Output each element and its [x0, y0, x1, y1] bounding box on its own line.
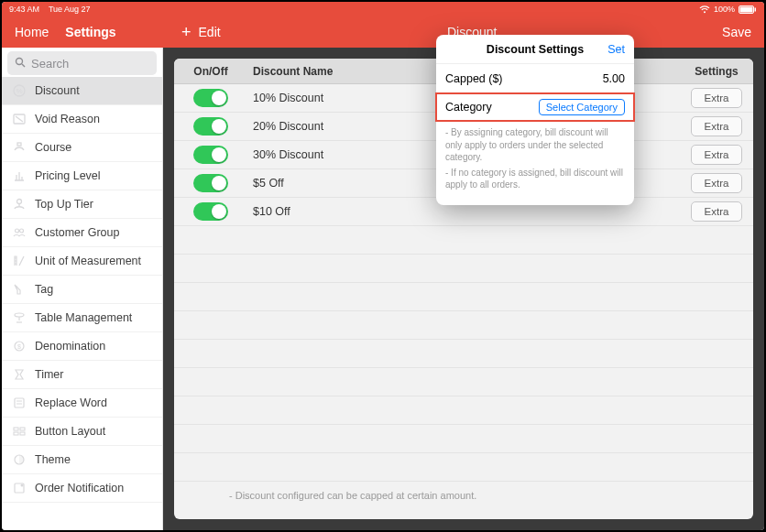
sidebar-item-denomination[interactable]: $Denomination — [2, 332, 162, 361]
sidebar-item-label: Top Up Tier — [35, 198, 93, 211]
svg-rect-9 — [17, 143, 21, 146]
sidebar-item-label: Timer — [35, 368, 63, 381]
extra-button[interactable]: Extra — [691, 116, 742, 136]
toggle-switch[interactable] — [193, 146, 228, 164]
sidebar-item-table-management[interactable]: Table Management — [2, 304, 162, 332]
toggle-switch[interactable] — [193, 174, 228, 192]
table-row-empty — [174, 453, 753, 482]
popover-note-1: - By assigning category, bill discount w… — [445, 126, 625, 164]
table-row-empty — [174, 340, 753, 368]
sidebar-item-button-layout[interactable]: Button Layout — [2, 418, 162, 446]
select-category-button[interactable]: Select Category — [539, 99, 625, 115]
sidebar-item-label: Button Layout — [35, 425, 105, 438]
sidebar-item-replace-word[interactable]: Replace Word — [2, 389, 162, 418]
menu-icon — [11, 253, 27, 269]
svg-point-3 — [16, 58, 23, 64]
menu-icon — [11, 224, 27, 241]
sidebar-item-label: Pricing Level — [35, 169, 101, 182]
sidebar-item-course[interactable]: Course — [2, 134, 162, 162]
sidebar-item-label: Replace Word — [35, 396, 107, 409]
discount-settings-popover: Discount Settings Set Capped ($) Categor… — [436, 35, 634, 205]
svg-rect-24 — [20, 432, 25, 435]
svg-rect-18 — [15, 398, 24, 407]
sidebar-item-unit-of-measurement[interactable]: Unit of Measurement — [2, 247, 162, 276]
sidebar-item-label: Order Notification — [35, 482, 124, 494]
svg-point-10 — [17, 200, 22, 204]
status-time: 9:43 AM — [9, 5, 39, 14]
app-header: Home Settings + Edit Discount Save — [2, 16, 764, 48]
sidebar-item-pricing-level[interactable]: Pricing Level — [2, 162, 162, 190]
svg-rect-22 — [20, 428, 25, 430]
footer-note: - Discount configured can be capped at c… — [229, 490, 476, 501]
toggle-switch[interactable] — [193, 202, 228, 221]
search-placeholder: Search — [31, 57, 69, 71]
sidebar-item-label: Discount — [35, 84, 80, 97]
svg-rect-2 — [755, 7, 757, 11]
table-row-empty — [174, 396, 753, 425]
battery-icon — [739, 5, 757, 14]
menu-icon — [11, 196, 27, 212]
extra-button[interactable]: Extra — [691, 145, 742, 165]
add-icon[interactable]: + — [181, 24, 192, 40]
svg-point-13 — [16, 286, 17, 288]
menu-icon — [11, 139, 27, 156]
sidebar-item-label: Tag — [35, 283, 53, 296]
svg-line-4 — [22, 64, 25, 67]
menu-icon: $ — [11, 338, 27, 354]
toggle-switch[interactable] — [193, 89, 228, 107]
svg-text:%: % — [16, 87, 22, 95]
svg-point-27 — [21, 484, 24, 487]
table-row-empty — [174, 226, 753, 255]
sidebar-item-label: Void Reason — [35, 113, 100, 125]
svg-point-12 — [20, 229, 24, 233]
status-date: Tue Aug 27 — [49, 5, 91, 14]
settings-nav[interactable]: Settings — [65, 25, 115, 39]
sidebar-item-top-up-tier[interactable]: Top Up Tier — [2, 190, 162, 219]
svg-line-8 — [16, 116, 23, 122]
svg-rect-1 — [740, 6, 753, 12]
extra-button[interactable]: Extra — [691, 201, 742, 222]
sidebar-item-tag[interactable]: Tag — [2, 276, 162, 304]
menu-icon — [11, 480, 27, 496]
svg-rect-23 — [14, 432, 18, 435]
sidebar-item-theme[interactable]: Theme — [2, 446, 162, 474]
menu-icon — [11, 423, 27, 440]
sidebar-item-label: Table Management — [35, 311, 132, 324]
sidebar-item-order-notification[interactable]: Order Notification — [2, 474, 162, 503]
search-input[interactable]: Search — [7, 51, 157, 75]
battery-percent: 100% — [714, 5, 735, 14]
sidebar-item-void-reason[interactable]: Void Reason — [2, 105, 162, 134]
capped-input[interactable] — [570, 72, 625, 85]
home-nav[interactable]: Home — [15, 25, 49, 39]
menu-icon — [11, 309, 27, 326]
menu-icon: % — [11, 82, 27, 99]
table-row-empty — [174, 368, 753, 396]
sidebar-item-label: Theme — [35, 453, 71, 466]
menu-icon — [11, 366, 27, 383]
menu-icon — [11, 111, 27, 127]
svg-point-11 — [16, 229, 19, 233]
sidebar-item-label: Course — [35, 141, 71, 154]
table-row-empty — [174, 283, 753, 311]
table-row-empty — [174, 425, 753, 453]
extra-button[interactable]: Extra — [691, 173, 742, 193]
popover-note-2: - If no category is assigned, bill disco… — [445, 167, 625, 191]
sidebar-item-label: Unit of Measurement — [35, 255, 141, 267]
table-row-empty — [174, 311, 753, 340]
edit-button[interactable]: Edit — [199, 25, 221, 39]
save-button[interactable]: Save — [722, 25, 751, 39]
extra-button[interactable]: Extra — [691, 88, 742, 108]
col-settings: Settings — [680, 65, 753, 78]
sidebar-item-customer-group[interactable]: Customer Group — [2, 219, 162, 247]
svg-text:$: $ — [17, 343, 21, 350]
svg-rect-21 — [14, 428, 18, 430]
category-label: Category — [445, 101, 492, 114]
set-button[interactable]: Set — [607, 43, 625, 56]
menu-icon — [11, 395, 27, 411]
toggle-switch[interactable] — [193, 117, 228, 136]
sidebar-item-timer[interactable]: Timer — [2, 361, 162, 389]
search-icon — [15, 57, 26, 71]
sidebar-item-discount[interactable]: %Discount — [2, 77, 162, 105]
svg-point-14 — [15, 313, 24, 317]
capped-label: Capped ($) — [445, 72, 503, 85]
